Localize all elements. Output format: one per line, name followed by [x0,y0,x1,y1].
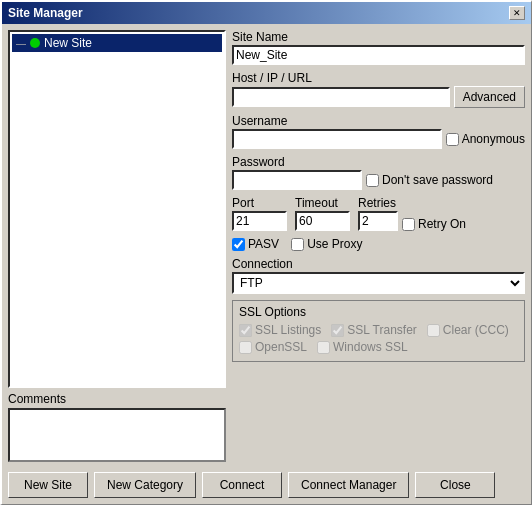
pasv-proxy-row: PASV Use Proxy [232,237,525,251]
retry-on-label-row[interactable]: Retry On [402,217,466,231]
clear-ccc-label: Clear (CCC) [443,323,509,337]
host-input[interactable] [232,87,450,107]
openssl-checkbox[interactable] [239,341,252,354]
ssl-listings-checkbox[interactable] [239,324,252,337]
password-label: Password [232,155,525,169]
pasv-row[interactable]: PASV [232,237,279,251]
right-panel: Site Name Host / IP / URL Advanced Usern… [232,30,525,462]
timeout-label: Timeout [295,196,350,210]
new-site-button[interactable]: New Site [8,472,88,498]
new-category-button[interactable]: New Category [94,472,196,498]
ssl-listings-label: SSL Listings [255,323,321,337]
retry-on-row: Retry On [358,211,466,231]
retries-label: Retries [358,196,466,210]
advanced-button[interactable]: Advanced [454,86,525,108]
window-body: — New Site Comments Site Name [2,24,531,504]
timeout-group: Timeout [295,196,350,231]
site-item-dash: — [16,38,26,49]
ssl-listings-row[interactable]: SSL Listings [239,323,321,337]
site-icon [30,38,40,48]
port-group: Port [232,196,287,231]
windows-ssl-checkbox[interactable] [317,341,330,354]
retries-group: Retries Retry On [358,196,466,231]
username-row: Anonymous [232,129,525,149]
connection-group: Connection FTP SFTP FTPS [232,257,525,294]
clear-ccc-row[interactable]: Clear (CCC) [427,323,509,337]
left-panel: — New Site Comments [8,30,226,462]
windows-ssl-row[interactable]: Windows SSL [317,340,408,354]
retry-on-label: Retry On [418,217,466,231]
dont-save-row[interactable]: Don't save password [366,173,493,187]
use-proxy-row[interactable]: Use Proxy [291,237,362,251]
site-manager-window: Site Manager ✕ — New Site Comments [0,0,532,505]
password-input[interactable] [232,170,362,190]
retry-on-checkbox[interactable] [402,218,415,231]
openssl-label: OpenSSL [255,340,307,354]
connect-manager-button[interactable]: Connect Manager [288,472,409,498]
anonymous-label: Anonymous [462,132,525,146]
bottom-buttons: New Site New Category Connect Connect Ma… [8,468,525,498]
site-item-label: New Site [44,36,92,50]
openssl-row[interactable]: OpenSSL [239,340,307,354]
dont-save-checkbox[interactable] [366,174,379,187]
use-proxy-label: Use Proxy [307,237,362,251]
port-input[interactable] [232,211,287,231]
site-list-box: — New Site [8,30,226,388]
anonymous-row[interactable]: Anonymous [446,132,525,146]
username-input[interactable] [232,129,442,149]
anonymous-checkbox[interactable] [446,133,459,146]
connection-select[interactable]: FTP SFTP FTPS [232,272,525,294]
ssl-row-1: SSL Listings SSL Transfer Clear (CCC) [239,323,518,337]
port-timeout-row: Port Timeout Retries Retry On [232,196,525,231]
title-bar-controls: ✕ [509,6,525,20]
main-content: — New Site Comments Site Name [8,30,525,462]
ssl-title: SSL Options [239,305,518,319]
retries-input[interactable] [358,211,398,231]
timeout-input[interactable] [295,211,350,231]
host-label: Host / IP / URL [232,71,525,85]
dont-save-label: Don't save password [382,173,493,187]
windows-ssl-label: Windows SSL [333,340,408,354]
ssl-section: SSL Options SSL Listings SSL Transfer [232,300,525,362]
pasv-label: PASV [248,237,279,251]
site-item-new-site[interactable]: — New Site [12,34,222,52]
window-title: Site Manager [8,6,83,20]
comments-section: Comments [8,392,226,462]
ssl-transfer-checkbox[interactable] [331,324,344,337]
ssl-transfer-label: SSL Transfer [347,323,417,337]
close-icon[interactable]: ✕ [509,6,525,20]
password-row: Don't save password [232,170,525,190]
password-group: Password Don't save password [232,155,525,190]
close-button[interactable]: Close [415,472,495,498]
ssl-transfer-row[interactable]: SSL Transfer [331,323,417,337]
site-name-label: Site Name [232,30,525,44]
site-name-group: Site Name [232,30,525,65]
use-proxy-checkbox[interactable] [291,238,304,251]
comments-label: Comments [8,392,226,406]
ssl-row-2: OpenSSL Windows SSL [239,340,518,354]
username-label: Username [232,114,525,128]
connection-label: Connection [232,257,525,271]
comments-input[interactable] [8,408,226,462]
host-row: Advanced [232,86,525,108]
connect-button[interactable]: Connect [202,472,282,498]
host-group: Host / IP / URL Advanced [232,71,525,108]
clear-ccc-checkbox[interactable] [427,324,440,337]
username-group: Username Anonymous [232,114,525,149]
port-label: Port [232,196,287,210]
pasv-checkbox[interactable] [232,238,245,251]
title-bar: Site Manager ✕ [2,2,531,24]
site-name-input[interactable] [232,45,525,65]
